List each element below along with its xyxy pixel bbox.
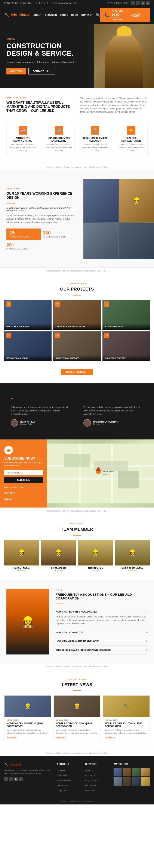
team-role-2: Engineer xyxy=(41,569,76,572)
linkedin-icon[interactable]: in xyxy=(141,1,145,5)
project-card-3[interactable]: 🔧 AUTOMOTIVE WORK xyxy=(102,300,150,330)
nav-about[interactable]: ABOUT xyxy=(33,14,42,16)
faq-toggle-4[interactable]: + xyxy=(146,648,148,652)
footer-link-item: About Us xyxy=(57,768,81,772)
faq-question-2[interactable]: HOW CAN I CONNECT IT + xyxy=(56,631,148,634)
team-photo-2: 👷 xyxy=(41,540,76,565)
faq-toggle-2[interactable]: + xyxy=(146,631,148,634)
news-section: LETEST NEWS LETEST NEWS 👷 METAL & OEM MO… xyxy=(0,670,154,750)
news-text-3: Lorem ipsum dolor sit amet, consectetur … xyxy=(105,729,147,735)
get-quote-button[interactable]: GET A QUOTE → xyxy=(127,11,146,19)
footer-thumbnail-grid xyxy=(114,768,150,786)
project-card-2[interactable]: 🔬 CHEMICAL RESEARCH CENTRE xyxy=(53,300,100,330)
subscribe-button[interactable]: SUBSCRIBE xyxy=(4,477,43,483)
about-us-button[interactable]: ABOUT US xyxy=(6,68,26,74)
team-role-4: Specialist xyxy=(115,569,150,572)
stat-1: 15 YEARS EXPERIENCE xyxy=(6,228,41,240)
subscribe-email-input[interactable] xyxy=(4,470,43,475)
footer-link-item: Work Of Us xyxy=(85,773,109,777)
footer-description: Lorem ipsum dolor sit amet, consectetur … xyxy=(4,769,53,775)
nav-contact[interactable]: CONTACT xyxy=(81,14,93,16)
nav-services[interactable]: SERVICES xyxy=(45,14,57,16)
footer-twitter-icon[interactable]: t xyxy=(9,777,13,781)
twitter-icon[interactable]: t xyxy=(136,1,140,5)
footer-facebook-icon[interactable]: f xyxy=(4,777,8,781)
footer-google-icon[interactable]: g xyxy=(19,777,23,781)
testimonial-2: " Pellentesque sed dui commodo, a pulvin… xyxy=(79,392,148,431)
footer-links-about: About Us Work Of Us Why Choose Us Our Pa… xyxy=(57,768,81,792)
footer-thumb-3 xyxy=(132,768,141,776)
news-link-3[interactable]: Read More xyxy=(105,736,115,738)
nav-pages[interactable]: PAGES xyxy=(60,14,68,16)
stat-label-2: TOTAL PROFESSIONALS... xyxy=(43,236,67,238)
faq-question-3[interactable]: HOW CAN WE BUY THE HEADPHONE? + xyxy=(56,640,148,643)
team-photo-1: 👷‍♀️ xyxy=(4,540,39,565)
faq-question-1[interactable]: HOW CAN I BUY THIS HEADPHONE? − xyxy=(56,610,148,613)
footer-link-item: Why Choose Us xyxy=(85,778,109,782)
stat-label-3: BRANCHES BRANCHES xyxy=(6,248,28,250)
news-grid: 👷 METAL & OEM MODELS & OEM SOLUTIONS | E… xyxy=(4,695,150,741)
testimonial-author-1: RUDY AFRICA Director, Arifin xyxy=(11,419,70,427)
project-card-6[interactable]: 🏭 INDUSTRIAL FACTORY xyxy=(102,332,150,361)
project-card-1[interactable]: ⚡ INDUSTRY POWER MINE xyxy=(4,300,52,330)
footer-about-col: 🔨 lebuild Lorem ipsum dolor sit amet, co… xyxy=(4,763,53,794)
search-icon[interactable]: 🔍 xyxy=(96,13,100,17)
stat-label-1: YEARS EXPERIENCE xyxy=(9,236,38,238)
topbar-location: NY 7219, United States xyxy=(107,2,129,4)
nav-blog[interactable]: BLOG xyxy=(71,14,78,16)
svg-rect-5 xyxy=(64,454,90,467)
footer-support-link-1[interactable]: About Us xyxy=(85,769,93,771)
footer-link-item: Work Of Us xyxy=(57,773,81,777)
footer-link-3[interactable]: Why Choose Us xyxy=(57,779,70,781)
team-tag: OUR TEAM xyxy=(4,523,150,525)
faq-toggle-3[interactable]: + xyxy=(146,640,148,643)
stat-3: 20+ BRANCHES BRANCHES xyxy=(6,242,77,250)
features-tag: OUR PARTNERS xyxy=(6,97,74,99)
stats-grid: 15 YEARS EXPERIENCE 360 TOTAL PROFESSION… xyxy=(6,228,77,250)
testimonials-grid: " Pellentesque sed dui commodo, a pulvin… xyxy=(6,392,148,431)
facebook-icon[interactable]: f xyxy=(131,1,135,5)
footer-copyright: © 2023 LeBuild. All Rights Reserved. xyxy=(61,800,93,802)
project-details-button[interactable]: PROJECT DETAILS → xyxy=(61,369,93,375)
footer-links-support: About Us Work Of Us Why Choose Us Our Pa… xyxy=(85,768,109,792)
footer-link-1[interactable]: About Us xyxy=(57,769,65,771)
project-card-5[interactable]: 🏠 HOME ITEMS & SUPPORT xyxy=(53,332,100,361)
google-plus-icon[interactable]: g xyxy=(146,1,150,5)
footer-link-5[interactable]: Single Post xyxy=(57,790,66,792)
features-grid: 🏭 Automotive Manufacturing Lorem ipsum d… xyxy=(6,123,148,156)
footer-support-link-4[interactable]: Our Partners xyxy=(85,784,96,787)
news-link-2[interactable]: Read More xyxy=(56,736,66,738)
faq-toggle-1[interactable]: − xyxy=(146,610,148,613)
project-overlay-4: RENOVATION & FOUND xyxy=(4,355,52,361)
hero-description: Ipsum is simply dummy text of the printi… xyxy=(6,60,76,64)
footer-support-link-2[interactable]: Work Of Us xyxy=(85,774,95,776)
news-link-1[interactable]: Read More xyxy=(7,736,17,738)
footer-thumb-1 xyxy=(114,768,122,776)
project-card-4[interactable]: 🏗️ RENOVATION & FOUND xyxy=(4,332,52,361)
news-body-1: METAL & OEM MODELS & OEM SOLUTIONS | ENI… xyxy=(4,717,51,741)
header-phone-block: 📞 555 045 95 90 NY 7219, United States G… xyxy=(100,8,150,22)
footer-support-link-5[interactable]: Single Post xyxy=(85,790,95,792)
testimonial-author-2: MAKSIM BILA MURIRAS Director, Arifin xyxy=(84,419,143,427)
project-title-6: INDUSTRIAL FACTORY xyxy=(104,357,148,359)
feature-icon-2: ⚙️ xyxy=(55,126,63,134)
contact-us-button[interactable]: CONTACT US → xyxy=(28,68,55,74)
about-content: ABOUT US OUR 10 YEARS WORKING EXPERIENCE… xyxy=(0,179,84,259)
author-avatar-2 xyxy=(84,419,91,427)
footer-link-2[interactable]: Work Of Us xyxy=(57,774,66,776)
map-subscribe-section: SUBSCRIBE NOW! Sign up for our email new… xyxy=(0,439,154,507)
footer-link-4[interactable]: Our Partners xyxy=(57,784,68,787)
project-icon-5: 🏠 xyxy=(55,333,60,338)
project-details-button-wrapper: PROJECT DETAILS → xyxy=(4,366,150,375)
footer-support-link-3[interactable]: Why Choose Us xyxy=(85,779,99,781)
team-member-4: 👷‍♀️ NUR & ALAM NOTON Specialist xyxy=(115,540,150,572)
team-role-1: Director xyxy=(4,569,39,572)
subscribe-box: SUBSCRIBE NOW! Sign up for our email new… xyxy=(0,439,47,507)
nav-home[interactable]: HOME xyxy=(23,14,30,16)
news-tag-2: METAL & OEM xyxy=(56,719,98,721)
project-title-4: RENOVATION & FOUND xyxy=(6,357,50,359)
faq-question-4[interactable]: THIS IS ESPECIALLY FOR LISTENING TO MUSI… xyxy=(56,648,148,652)
project-icon-6: 🏭 xyxy=(104,333,109,338)
footer-linkedin-icon[interactable]: in xyxy=(14,777,18,781)
map-svg: Construction Lebuild Inc. xyxy=(47,443,154,503)
